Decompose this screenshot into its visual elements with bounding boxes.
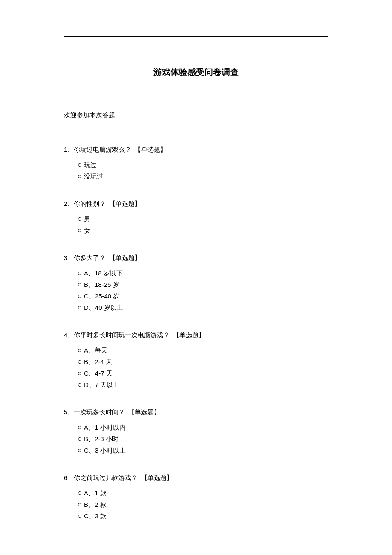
option-label: 男: [84, 215, 90, 223]
question-text: 1、你玩过电脑游戏么？【单选题】: [64, 146, 328, 154]
question-text: 3、你多大了？【单选题】: [64, 254, 328, 262]
question-type-label: 【单选题】: [109, 200, 141, 207]
question-label: 你多大了？: [74, 254, 106, 261]
option-label: A、每天: [84, 347, 107, 354]
question-block: 3、你多大了？【单选题】A、18 岁以下B、18-25 岁C、25-40 岁D、…: [64, 254, 328, 313]
option-item[interactable]: 没玩过: [78, 171, 328, 182]
option-item[interactable]: 玩过: [78, 159, 328, 171]
question-label: 你之前玩过几款游戏？: [74, 474, 138, 481]
question-text: 6、你之前玩过几款游戏？【单选题】: [64, 474, 328, 482]
question-number: 1、: [64, 146, 74, 153]
option-item[interactable]: 女: [78, 225, 328, 236]
option-label: 没玩过: [84, 173, 103, 180]
question-number: 4、: [64, 331, 74, 338]
option-label: B、2-4 天: [84, 358, 112, 365]
circle-icon: [78, 175, 81, 178]
intro-text: 欢迎参加本次答题: [64, 111, 328, 119]
option-item[interactable]: C、3 款: [78, 510, 328, 522]
option-label: C、25-40 岁: [84, 292, 119, 300]
option-item[interactable]: C、25-40 岁: [78, 290, 328, 302]
options-list: 玩过没玩过: [64, 159, 328, 182]
option-label: C、4-7 天: [84, 370, 112, 377]
option-item[interactable]: C、4-7 天: [78, 367, 328, 379]
option-label: 玩过: [84, 161, 97, 168]
options-list: A、每天B、2-4 天C、4-7 天D、7 天以上: [64, 344, 328, 390]
circle-icon: [78, 217, 81, 221]
circle-icon: [78, 229, 81, 232]
circle-icon: [78, 437, 81, 441]
questions-container: 1、你玩过电脑游戏么？【单选题】玩过没玩过2、你的性别？【单选题】男女3、你多大…: [64, 146, 328, 522]
option-label: D、7 天以上: [84, 381, 119, 388]
survey-title: 游戏体验感受问卷调查: [64, 66, 328, 78]
question-number: 2、: [64, 200, 74, 207]
circle-icon: [78, 491, 81, 495]
question-number: 5、: [64, 408, 74, 416]
circle-icon: [78, 426, 81, 429]
circle-icon: [78, 360, 81, 364]
option-item[interactable]: 男: [78, 213, 328, 225]
circle-icon: [78, 349, 81, 352]
circle-icon: [78, 383, 81, 387]
option-item[interactable]: D、7 天以上: [78, 379, 328, 390]
question-type-label: 【单选题】: [141, 474, 173, 481]
question-type-label: 【单选题】: [128, 408, 160, 416]
question-number: 3、: [64, 254, 74, 261]
question-text: 4、你平时多长时间玩一次电脑游戏？【单选题】: [64, 331, 328, 339]
options-list: A、1 小时以内B、2-3 小时C、3 小时以上: [64, 422, 328, 456]
option-item[interactable]: C、3 小时以上: [78, 445, 328, 456]
question-type-label: 【单选题】: [135, 146, 167, 153]
option-label: A、18 岁以下: [84, 269, 123, 277]
option-item[interactable]: B、2 款: [78, 499, 328, 510]
option-item[interactable]: A、1 小时以内: [78, 422, 328, 433]
question-label: 一次玩多长时间？: [74, 408, 125, 416]
option-label: A、1 款: [84, 489, 107, 497]
question-block: 6、你之前玩过几款游戏？【单选题】A、1 款B、2 款C、3 款: [64, 474, 328, 522]
question-number: 6、: [64, 474, 74, 481]
circle-icon: [78, 272, 81, 275]
options-list: A、1 款B、2 款C、3 款: [64, 487, 328, 522]
question-block: 5、一次玩多长时间？【单选题】A、1 小时以内B、2-3 小时C、3 小时以上: [64, 408, 328, 456]
question-type-label: 【单选题】: [173, 331, 205, 338]
option-label: C、3 款: [84, 512, 107, 520]
option-label: A、1 小时以内: [84, 424, 126, 431]
question-text: 2、你的性别？【单选题】: [64, 200, 328, 208]
option-item[interactable]: D、40 岁以上: [78, 302, 328, 313]
question-block: 2、你的性别？【单选题】男女: [64, 200, 328, 236]
circle-icon: [78, 372, 81, 375]
option-label: C、3 小时以上: [84, 447, 126, 454]
option-item[interactable]: B、2-3 小时: [78, 433, 328, 445]
options-list: A、18 岁以下B、18-25 岁C、25-40 岁D、40 岁以上: [64, 267, 328, 313]
circle-icon: [78, 515, 81, 518]
question-block: 1、你玩过电脑游戏么？【单选题】玩过没玩过: [64, 146, 328, 182]
question-label: 你玩过电脑游戏么？: [74, 146, 131, 153]
circle-icon: [78, 449, 81, 452]
circle-icon: [78, 503, 81, 506]
question-type-label: 【单选题】: [109, 254, 141, 261]
question-text: 5、一次玩多长时间？【单选题】: [64, 408, 328, 416]
option-item[interactable]: A、18 岁以下: [78, 267, 328, 279]
option-label: 女: [84, 227, 90, 234]
question-block: 4、你平时多长时间玩一次电脑游戏？【单选题】A、每天B、2-4 天C、4-7 天…: [64, 331, 328, 390]
top-divider: [64, 36, 328, 37]
circle-icon: [78, 163, 81, 167]
option-item[interactable]: A、1 款: [78, 487, 328, 499]
circle-icon: [78, 283, 81, 286]
option-item[interactable]: A、每天: [78, 344, 328, 356]
option-label: B、18-25 岁: [84, 281, 119, 288]
option-item[interactable]: B、18-25 岁: [78, 279, 328, 290]
option-label: B、2-3 小时: [84, 435, 118, 442]
circle-icon: [78, 295, 81, 298]
page-container: 游戏体验感受问卷调查 欢迎参加本次答题 1、你玩过电脑游戏么？【单选题】玩过没玩…: [0, 0, 392, 522]
option-label: D、40 岁以上: [84, 304, 123, 311]
question-label: 你平时多长时间玩一次电脑游戏？: [74, 331, 170, 338]
option-label: B、2 款: [84, 501, 107, 508]
question-label: 你的性别？: [74, 200, 106, 207]
circle-icon: [78, 306, 81, 309]
option-item[interactable]: B、2-4 天: [78, 356, 328, 367]
options-list: 男女: [64, 213, 328, 236]
